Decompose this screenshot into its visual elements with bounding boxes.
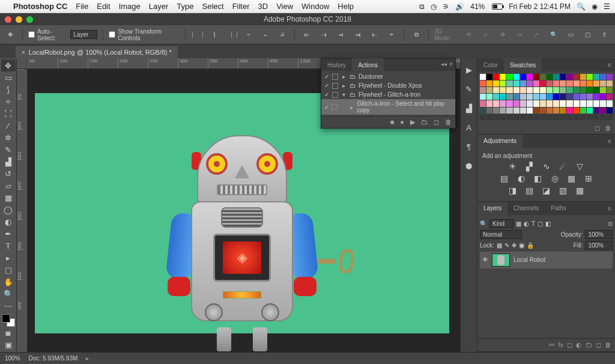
tab-history[interactable]: History bbox=[321, 58, 352, 71]
swatch[interactable] bbox=[587, 80, 593, 86]
tab-layers[interactable]: Layers bbox=[477, 202, 507, 215]
menu-view[interactable]: View bbox=[276, 2, 293, 11]
swatch[interactable] bbox=[486, 80, 492, 86]
exposure-icon[interactable]: ☄ bbox=[557, 162, 569, 171]
swatch[interactable] bbox=[514, 87, 520, 93]
swatch[interactable] bbox=[560, 108, 566, 114]
distribute-left-icon[interactable]: ⫦ bbox=[368, 28, 381, 42]
menu-edit[interactable]: Edit bbox=[97, 2, 110, 11]
swatch[interactable] bbox=[587, 87, 593, 93]
rectangle-tool[interactable]: ▢ bbox=[1, 264, 16, 276]
delete-layer-icon[interactable]: 🗑 bbox=[605, 341, 611, 349]
swatch[interactable] bbox=[566, 87, 572, 93]
swatch[interactable] bbox=[607, 80, 613, 86]
swatch[interactable] bbox=[533, 80, 539, 86]
volume-icon[interactable]: 🔊 bbox=[455, 2, 464, 11]
layer-fx-icon[interactable]: fx bbox=[558, 341, 563, 349]
vibrance-icon[interactable]: ▽ bbox=[574, 162, 586, 171]
dodge-tool[interactable]: ◐ bbox=[1, 216, 16, 228]
swatch[interactable] bbox=[500, 108, 506, 114]
swatch[interactable] bbox=[560, 74, 566, 80]
auto-align-icon[interactable]: ⧉ bbox=[410, 28, 423, 42]
menu-image[interactable]: Image bbox=[119, 2, 141, 11]
swatch[interactable] bbox=[587, 100, 593, 106]
spot-heal-tool[interactable]: ✲ bbox=[1, 132, 16, 144]
layer-visibility-icon[interactable]: 👁 bbox=[482, 256, 488, 263]
move-tool-icon[interactable]: ✥ bbox=[4, 28, 17, 42]
swatch[interactable] bbox=[506, 100, 512, 106]
swatch[interactable] bbox=[527, 74, 533, 80]
swatch[interactable] bbox=[547, 74, 553, 80]
blur-tool[interactable]: ◯ bbox=[1, 204, 16, 216]
align-top-icon[interactable]: ⫟ bbox=[242, 28, 255, 42]
tab-actions[interactable]: Actions bbox=[352, 58, 384, 71]
hand-tool[interactable]: ✋ bbox=[1, 276, 16, 288]
gradient-tool[interactable]: ▦ bbox=[1, 192, 16, 204]
swatch[interactable] bbox=[500, 87, 506, 93]
swatch[interactable] bbox=[553, 108, 559, 114]
window-maximize-button[interactable] bbox=[26, 16, 33, 23]
swatch[interactable] bbox=[486, 74, 492, 80]
action-row[interactable]: ✓▸🗀Flywheel - Double Xpos bbox=[321, 81, 455, 90]
swatch[interactable] bbox=[560, 87, 566, 93]
swatch[interactable] bbox=[533, 87, 539, 93]
swatch[interactable] bbox=[533, 94, 539, 100]
lock-transparent-icon[interactable]: ▦ bbox=[497, 242, 502, 249]
swatch[interactable] bbox=[600, 100, 606, 106]
swatch[interactable] bbox=[540, 74, 546, 80]
swatch[interactable] bbox=[574, 74, 580, 80]
menubar-app-name[interactable]: Photoshop CC bbox=[13, 2, 67, 11]
distribute-vcenter-icon[interactable]: ⫥ bbox=[351, 28, 365, 42]
swatch[interactable] bbox=[600, 108, 606, 114]
ruler-origin[interactable] bbox=[17, 58, 28, 69]
zoom-tool[interactable]: 🔍 bbox=[1, 288, 16, 300]
curves-icon[interactable]: ∿ bbox=[541, 162, 553, 171]
posterize-icon[interactable]: ▤ bbox=[524, 186, 536, 195]
swatch[interactable] bbox=[593, 108, 599, 114]
swatch[interactable] bbox=[500, 94, 506, 100]
window-close-button[interactable] bbox=[5, 16, 11, 23]
swatch[interactable] bbox=[607, 87, 613, 93]
align-hcenter-icon[interactable]: ⎹⎸ bbox=[208, 28, 221, 42]
battery-icon[interactable] bbox=[492, 4, 503, 10]
layer-item[interactable]: 👁 Local Robot bbox=[480, 252, 613, 268]
play-action-icon[interactable]: ▶ bbox=[410, 118, 415, 126]
swatch[interactable] bbox=[527, 87, 533, 93]
lock-position-icon[interactable]: ✥ bbox=[512, 242, 517, 249]
edit-toolbar[interactable]: ⋯ bbox=[1, 300, 16, 312]
swatch[interactable] bbox=[574, 80, 580, 86]
menu-filter[interactable]: Filter bbox=[232, 2, 250, 11]
swatch[interactable] bbox=[574, 108, 580, 114]
swatch[interactable] bbox=[600, 94, 606, 100]
arrange-documents-icon[interactable]: ▭ bbox=[563, 28, 578, 42]
filter-toggle[interactable]: ⊙ bbox=[608, 220, 613, 227]
new-action-icon[interactable]: ◻ bbox=[434, 118, 439, 126]
sync-icon[interactable]: ◷ bbox=[431, 2, 437, 11]
menu-layer[interactable]: Layer bbox=[149, 2, 169, 11]
action-row[interactable]: ✓ ▸Glitch-a-tron - Select and hit play c… bbox=[321, 99, 455, 115]
notification-center-icon[interactable]: ☰ bbox=[604, 2, 610, 11]
levels-icon[interactable]: ▞ bbox=[524, 162, 536, 171]
swatch[interactable] bbox=[520, 94, 526, 100]
siri-icon[interactable]: ◉ bbox=[592, 2, 598, 11]
swatch[interactable] bbox=[540, 108, 546, 114]
swatch[interactable] bbox=[580, 80, 586, 86]
swatch[interactable] bbox=[514, 100, 520, 106]
menu-3d[interactable]: 3D bbox=[258, 2, 268, 11]
swatch[interactable] bbox=[500, 100, 506, 106]
swatch[interactable] bbox=[607, 108, 613, 114]
swatch[interactable] bbox=[540, 80, 546, 86]
swatch[interactable] bbox=[520, 74, 526, 80]
brush-tool[interactable]: ✎ bbox=[1, 144, 16, 156]
auto-select-target[interactable]: Layer bbox=[70, 30, 97, 39]
align-bottom-icon[interactable]: ⫡ bbox=[276, 28, 289, 42]
layers-panel-menu[interactable]: ≡ bbox=[604, 205, 615, 212]
align-right-icon[interactable]: ⎹⎹ bbox=[225, 28, 238, 42]
opacity-value[interactable]: 100% bbox=[585, 230, 613, 239]
new-set-icon[interactable]: 🗀 bbox=[421, 118, 428, 126]
window-minimize-button[interactable] bbox=[16, 16, 22, 23]
swatch[interactable] bbox=[500, 74, 506, 80]
play-action-button[interactable]: ▶ bbox=[462, 63, 476, 76]
swatch[interactable] bbox=[593, 80, 599, 86]
swatch[interactable] bbox=[493, 100, 499, 106]
